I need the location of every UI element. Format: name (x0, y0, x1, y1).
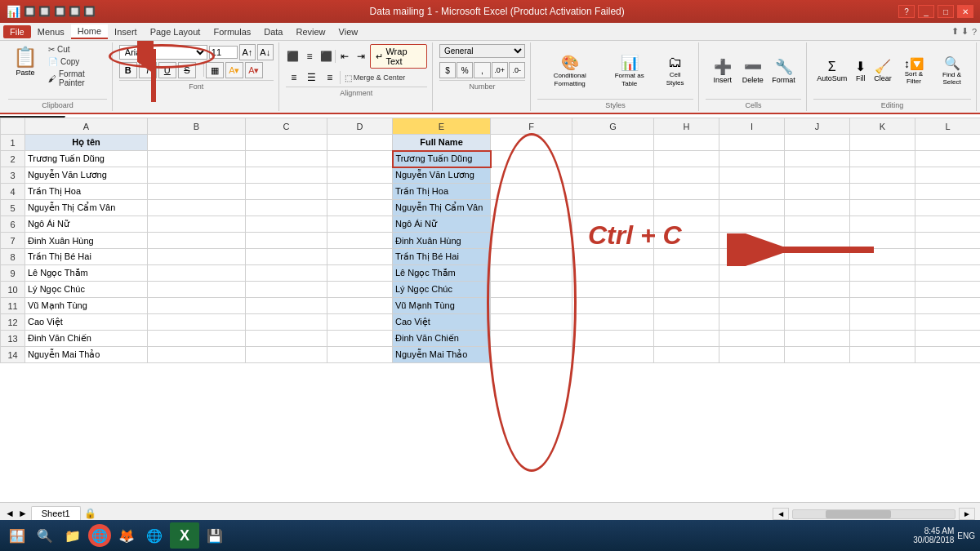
decrease-font-btn[interactable]: A↓ (257, 44, 274, 60)
cell-d9[interactable] (327, 265, 393, 282)
format-painter-button[interactable]: 🖌 Format Painter (46, 69, 107, 88)
align-center-btn[interactable]: ☰ (304, 70, 320, 85)
cell-e12[interactable]: Cao Việt (393, 314, 491, 331)
menu-home[interactable]: Home (71, 24, 108, 39)
cell-k12[interactable] (850, 314, 915, 331)
cell-c11[interactable] (246, 298, 327, 314)
cell-l7[interactable] (915, 233, 981, 249)
cell-l13[interactable] (915, 331, 981, 347)
cell-l1[interactable] (915, 135, 981, 151)
bold-btn[interactable]: B (119, 62, 137, 78)
cell-k9[interactable] (850, 265, 915, 282)
cell-j13[interactable] (785, 331, 850, 347)
cell-j6[interactable] (785, 216, 850, 233)
cell-i11[interactable] (719, 298, 785, 314)
cell-l2[interactable] (915, 151, 981, 167)
cell-h9[interactable] (654, 265, 719, 282)
cell-i5[interactable] (719, 200, 785, 216)
cell-d12[interactable] (327, 314, 393, 331)
scroll-sheets-left[interactable]: ◄ (5, 508, 15, 519)
cell-b3[interactable] (148, 167, 246, 184)
cell-c1[interactable] (246, 135, 327, 151)
cell-h14[interactable] (654, 347, 719, 363)
cell-f6[interactable] (491, 216, 572, 233)
cell-e6[interactable]: Ngô Ái Nữ (393, 216, 491, 233)
cell-c14[interactable] (246, 347, 327, 363)
cell-e11[interactable]: Vũ Mạnh Tùng (393, 298, 491, 314)
col-header-k[interactable]: K (850, 118, 915, 135)
col-header-a[interactable]: A (25, 118, 148, 135)
cell-h3[interactable] (654, 167, 719, 184)
cell-g1[interactable] (572, 135, 654, 151)
menu-view[interactable]: View (332, 25, 365, 38)
align-top-right-btn[interactable]: ⬛ (318, 49, 333, 64)
cell-b10[interactable] (148, 282, 246, 298)
scroll-right-btn[interactable]: ► (959, 508, 975, 520)
cell-e4[interactable]: Trần Thị Hoa (393, 184, 491, 200)
cell-k5[interactable] (850, 200, 915, 216)
cell-g7[interactable] (572, 233, 654, 249)
cell-g11[interactable] (572, 298, 654, 314)
cell-a7[interactable]: Đinh Xuân Hùng (25, 233, 148, 249)
strikethrough-btn[interactable]: S (178, 62, 196, 78)
cell-a4[interactable]: Trần Thị Hoa (25, 184, 148, 200)
cell-e7[interactable]: Đinh Xuân Hùng (393, 233, 491, 249)
cell-c9[interactable] (246, 265, 327, 282)
cell-l11[interactable] (915, 298, 981, 314)
font-size-input[interactable] (209, 46, 238, 59)
cell-j14[interactable] (785, 347, 850, 363)
cell-l10[interactable] (915, 282, 981, 298)
cell-a6[interactable]: Ngô Ái Nữ (25, 216, 148, 233)
fill-button[interactable]: ⬇ Fill (852, 57, 869, 84)
autosum-button[interactable]: Σ AutoSum (813, 58, 850, 84)
merge-center-button[interactable]: ⬚ Merge & Center (342, 73, 408, 83)
cell-f1[interactable] (491, 135, 572, 151)
menu-menus[interactable]: Menus (31, 25, 71, 38)
cell-f8[interactable] (491, 249, 572, 265)
cell-d2[interactable] (327, 151, 393, 167)
cell-b2[interactable] (148, 151, 246, 167)
align-right-btn[interactable]: ≡ (322, 70, 338, 85)
menu-formulas[interactable]: Formulas (207, 25, 257, 38)
cell-c5[interactable] (246, 200, 327, 216)
align-top-left-btn[interactable]: ⬛ (286, 49, 301, 64)
cell-f3[interactable] (491, 167, 572, 184)
cell-c13[interactable] (246, 331, 327, 347)
menu-file[interactable]: File (3, 25, 31, 38)
cell-c10[interactable] (246, 282, 327, 298)
cell-b14[interactable] (148, 347, 246, 363)
cell-c6[interactable] (246, 216, 327, 233)
taskbar-icon1[interactable]: 💾 (203, 523, 227, 548)
cell-e10[interactable]: Lý Ngọc Chúc (393, 282, 491, 298)
cell-j7[interactable] (785, 233, 850, 249)
cell-b11[interactable] (148, 298, 246, 314)
cell-e1[interactable]: Full Name (393, 135, 491, 151)
cell-i13[interactable] (719, 331, 785, 347)
cell-d1[interactable] (327, 135, 393, 151)
wrap-text-button[interactable]: ↵ Wrap Text (370, 44, 427, 69)
menu-page-layout[interactable]: Page Layout (144, 25, 207, 38)
cell-d11[interactable] (327, 298, 393, 314)
format-as-table-button[interactable]: 📊 Format as Table (605, 52, 653, 89)
cell-b6[interactable] (148, 216, 246, 233)
cell-k13[interactable] (850, 331, 915, 347)
cell-k10[interactable] (850, 282, 915, 298)
col-header-g[interactable]: G (572, 118, 654, 135)
cell-g4[interactable] (572, 184, 654, 200)
cell-j2[interactable] (785, 151, 850, 167)
cell-b8[interactable] (148, 249, 246, 265)
cell-j10[interactable] (785, 282, 850, 298)
cell-h2[interactable] (654, 151, 719, 167)
col-header-i[interactable]: I (719, 118, 785, 135)
cell-j3[interactable] (785, 167, 850, 184)
cell-i1[interactable] (719, 135, 785, 151)
sheet1-tab[interactable]: Sheet1 (31, 506, 81, 520)
cell-j9[interactable] (785, 265, 850, 282)
cell-e5[interactable]: Nguyễn Thị Cẩm Vân (393, 200, 491, 216)
delete-button[interactable]: ➖ Delete (738, 56, 767, 86)
cell-f10[interactable] (491, 282, 572, 298)
cut-button[interactable]: ✂ Cut (46, 44, 107, 55)
cell-i10[interactable] (719, 282, 785, 298)
cell-b9[interactable] (148, 265, 246, 282)
col-header-c[interactable]: C (246, 118, 327, 135)
